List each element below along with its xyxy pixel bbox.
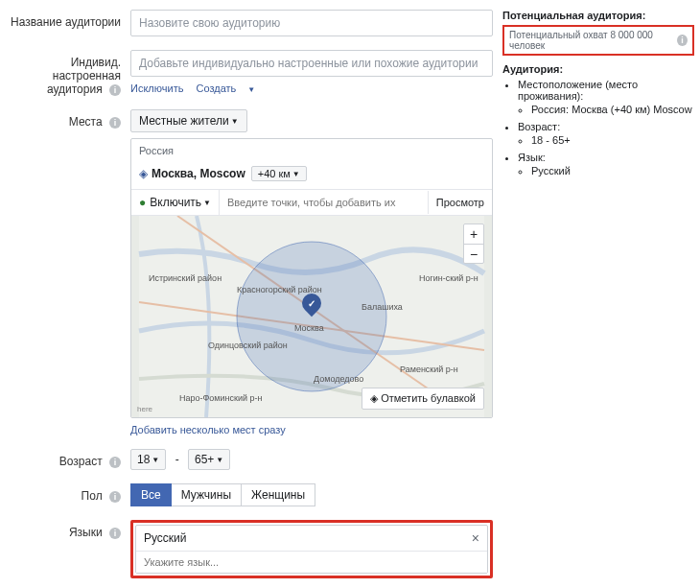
summary-lang-value: Русский: [531, 165, 694, 176]
age-min-dropdown[interactable]: 18▼: [130, 449, 166, 470]
locations-box: Россия ◈ Москва, Moscow +40 км ▼ ● Включ…: [130, 138, 493, 418]
language-value: Русский: [144, 531, 187, 545]
info-icon: i: [109, 491, 121, 503]
audience-summary-list: Местоположение (место проживания): Росси…: [518, 79, 694, 176]
language-input[interactable]: [136, 552, 487, 573]
info-icon: i: [109, 117, 121, 129]
map-city-label: Москва: [294, 323, 324, 333]
age-dash: -: [175, 453, 179, 466]
chevron-down-icon: ▼: [292, 170, 300, 178]
gender-men-button[interactable]: Мужчины: [172, 483, 242, 506]
pin-icon: ◈: [370, 392, 381, 404]
summary-location-header: Местоположение (место проживания):: [518, 79, 638, 102]
gender-women-button[interactable]: Женщины: [242, 483, 315, 506]
chevron-down-icon: ▼: [152, 456, 159, 464]
summary-age-value: 18 - 65+: [531, 134, 694, 146]
summary-age-header: Возраст:: [518, 121, 560, 132]
gender-segmented: Все Мужчины Женщины: [130, 483, 315, 506]
zoom-out-button[interactable]: −: [464, 244, 483, 263]
include-dropdown[interactable]: ● Включить ▼: [131, 190, 220, 215]
chevron-down-icon: ▼: [247, 85, 255, 94]
map-city-label: Домодедово: [314, 374, 363, 384]
include-bullet-icon: ●: [139, 196, 146, 209]
audience-name-label: Название аудитории: [6, 10, 130, 36]
custom-audience-input[interactable]: [130, 50, 493, 77]
languages-label: Языки i: [6, 520, 130, 578]
country-label: Россия: [131, 139, 492, 162]
map-city-label: Истринский район: [149, 273, 222, 283]
summary-location-value: Россия: Москва (+40 км) Moscow: [531, 104, 694, 115]
custom-audience-label: Индивид. настроенная аудитория i: [6, 50, 130, 96]
remove-language-button[interactable]: ×: [472, 530, 479, 546]
map-city-label: Красногорский район: [237, 285, 322, 294]
info-icon: i: [109, 457, 121, 468]
audience-summary-title: Аудитория:: [502, 63, 694, 75]
add-bulk-link[interactable]: Добавить несколько мест сразу: [130, 424, 286, 435]
here-logo: here: [137, 405, 152, 413]
info-icon: i: [109, 528, 121, 539]
map-city-label: Одинцовский район: [208, 341, 288, 350]
map-city-label: Наро-Фоминский р-н: [179, 393, 263, 403]
radius-dropdown[interactable]: +40 км ▼: [251, 166, 307, 181]
chevron-down-icon: ▼: [216, 456, 223, 464]
languages-highlight: Русский ×: [130, 520, 493, 578]
age-label: Возраст i: [6, 449, 130, 470]
map-city-label: Ногин-ский р-н: [419, 273, 478, 283]
chevron-down-icon: ▼: [203, 199, 211, 207]
summary-lang-header: Язык:: [518, 152, 546, 163]
gender-all-button[interactable]: Все: [130, 483, 172, 506]
exclude-link[interactable]: Исключить: [130, 82, 183, 94]
map-city-label: Балашиха: [362, 302, 403, 312]
chevron-down-icon: ▼: [231, 117, 239, 126]
audience-name-input[interactable]: [130, 10, 493, 36]
zoom-in-button[interactable]: +: [464, 224, 483, 244]
age-max-dropdown[interactable]: 65+▼: [188, 449, 230, 470]
language-chip: Русский ×: [136, 526, 487, 552]
locations-label: Места i: [6, 109, 130, 435]
drop-pin-button[interactable]: ◈ Отметить булавкой: [362, 388, 484, 410]
gender-label: Пол i: [6, 483, 130, 506]
browse-button[interactable]: Просмотр: [428, 191, 492, 214]
location-search-input[interactable]: [220, 191, 428, 214]
location-chip[interactable]: ◈ Москва, Moscow +40 км ▼: [131, 162, 492, 189]
location-pin-icon: ◈: [139, 167, 148, 180]
info-icon: i: [677, 35, 688, 46]
info-icon: i: [109, 84, 121, 96]
map-canvas[interactable]: Истринский район Красногорский район Оди…: [131, 216, 492, 417]
map-city-label: Раменский р-н: [400, 365, 458, 374]
location-name: Москва, Moscow: [152, 167, 245, 180]
zoom-control: + −: [463, 223, 484, 264]
potential-reach-box: Потенциальный охват 8 000 000 человек i: [502, 25, 694, 56]
create-link[interactable]: Создать▼: [196, 82, 265, 94]
residents-dropdown[interactable]: Местные жители ▼: [130, 109, 247, 132]
potential-audience-title: Потенциальная аудитория:: [502, 10, 694, 21]
